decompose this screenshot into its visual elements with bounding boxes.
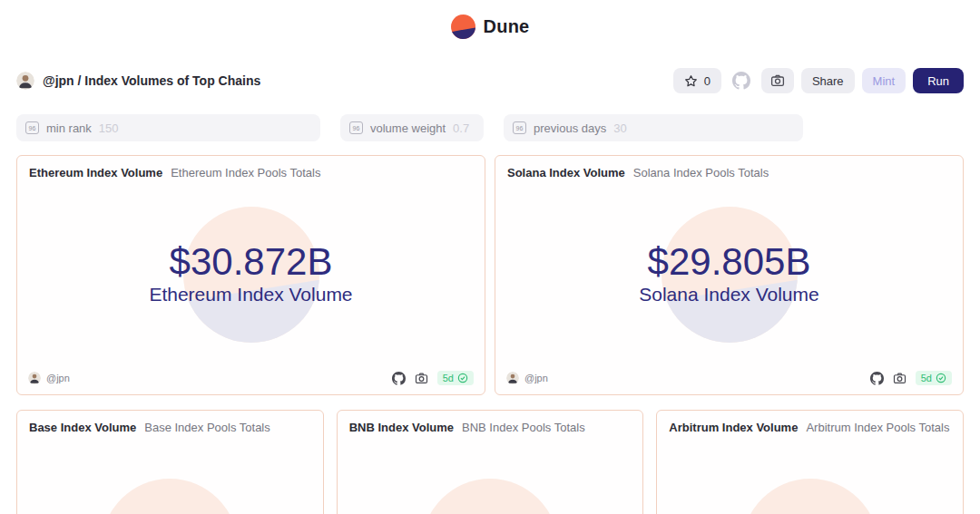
star-count: 0 (704, 74, 710, 88)
dashboard-title[interactable]: @jpn / Index Volumes of Top Chains (43, 73, 260, 88)
cards-row-1: Ethereum Index Volume Ethereum Index Poo… (16, 155, 964, 395)
card-title[interactable]: Solana Index Volume (507, 166, 625, 179)
camera-icon[interactable] (893, 372, 906, 385)
counter-value: $30.872B (149, 241, 352, 283)
card-query-link[interactable]: Ethereum Index Pools Totals (171, 166, 320, 179)
dashboard-toolbar: @jpn / Index Volumes of Top Chains 0 Sha… (16, 67, 964, 94)
card-query-link[interactable]: Solana Index Pools Totals (633, 166, 769, 179)
counter-card-arbitrum: Arbitrum Index Volume Arbitrum Index Poo… (656, 410, 964, 514)
author-avatar[interactable] (16, 72, 34, 90)
app-header: Dune (0, 0, 980, 53)
screenshot-button[interactable] (761, 68, 794, 93)
param-label: volume weight (370, 121, 446, 135)
counter-card-ethereum: Ethereum Index Volume Ethereum Index Poo… (16, 155, 485, 395)
fork-icon[interactable] (870, 372, 884, 385)
card-title[interactable]: Ethereum Index Volume (29, 166, 162, 179)
counter-card-base: Base Index Volume Base Index Pools Total… (16, 410, 324, 514)
param-label: min rank (46, 121, 92, 135)
dune-watermark (102, 479, 238, 514)
counter-label: Solana Index Volume (639, 283, 818, 306)
mint-button[interactable]: Mint (862, 68, 906, 93)
card-title[interactable]: Arbitrum Index Volume (669, 421, 798, 434)
param-value: 30 (613, 121, 626, 135)
card-query-link[interactable]: Arbitrum Index Pools Totals (806, 421, 949, 434)
param-previous-days[interactable]: 96 previous days 30 (504, 114, 803, 141)
param-value: 0.7 (453, 121, 469, 135)
fork-icon[interactable] (392, 372, 406, 385)
card-title[interactable]: Base Index Volume (29, 421, 136, 434)
refresh-age: 5d (443, 373, 454, 383)
check-circle-icon (936, 373, 946, 383)
share-button[interactable]: Share (801, 68, 855, 93)
dune-watermark (422, 479, 558, 514)
counter-label: Ethereum Index Volume (149, 283, 352, 306)
cards-row-2: Base Index Volume Base Index Pools Total… (16, 410, 964, 514)
card-title[interactable]: BNB Index Volume (349, 421, 454, 434)
param-label: previous days (534, 121, 606, 135)
parameter-icon: 96 (25, 121, 39, 134)
refresh-age: 5d (921, 373, 932, 383)
card-query-link[interactable]: Base Index Pools Totals (144, 421, 270, 434)
refresh-status-badge[interactable]: 5d (437, 371, 474, 385)
parameter-icon: 96 (349, 121, 363, 134)
counter-value: $29.805B (639, 241, 818, 283)
card-author[interactable]: @jpn (46, 373, 70, 383)
star-icon (684, 74, 698, 88)
camera-icon (770, 73, 785, 88)
dune-watermark (742, 479, 878, 514)
github-icon (732, 72, 750, 90)
run-button[interactable]: Run (913, 68, 964, 93)
counter-card-solana: Solana Index Volume Solana Index Pools T… (495, 155, 964, 395)
check-circle-icon (457, 373, 468, 383)
parameter-icon: 96 (513, 121, 526, 134)
counter-card-bnb: BNB Index Volume BNB Index Pools Totals … (337, 410, 644, 514)
param-min-rank[interactable]: 96 min rank 150 (16, 114, 320, 141)
author-avatar[interactable] (506, 372, 519, 384)
brand-name[interactable]: Dune (484, 16, 530, 37)
fork-button[interactable] (729, 68, 754, 93)
card-query-link[interactable]: BNB Index Pools Totals (462, 421, 585, 434)
star-button[interactable]: 0 (673, 68, 721, 93)
parameters-bar: 96 min rank 150 96 volume weight 0.7 96 … (16, 114, 964, 141)
param-volume-weight[interactable]: 96 volume weight 0.7 (340, 114, 484, 141)
param-value: 150 (99, 121, 119, 135)
refresh-status-badge[interactable]: 5d (916, 371, 952, 385)
camera-icon[interactable] (415, 372, 428, 385)
card-author[interactable]: @jpn (524, 373, 548, 383)
author-avatar[interactable] (28, 372, 41, 384)
dune-logo-icon[interactable] (451, 15, 475, 39)
